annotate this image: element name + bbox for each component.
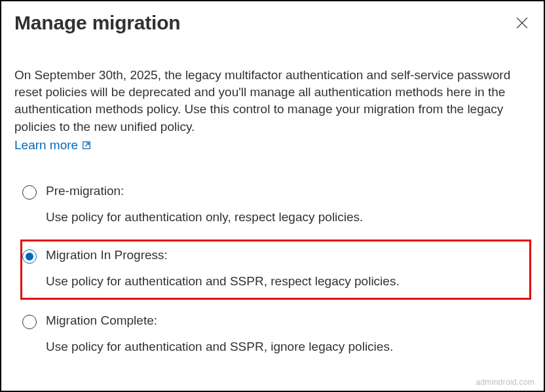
option-migration-complete[interactable]: Migration Complete: Use policy for authe… [21, 308, 531, 361]
panel-title: Manage migration [14, 12, 181, 34]
radio-pre-migration[interactable] [22, 185, 37, 200]
learn-more-label: Learn more [14, 138, 78, 152]
option-migration-in-progress[interactable]: Migration In Progress: Use policy for au… [21, 240, 531, 299]
external-link-icon [82, 141, 91, 150]
close-icon[interactable] [516, 17, 528, 29]
option-body: Migration Complete: Use policy for authe… [46, 313, 527, 354]
radio-migration-in-progress[interactable] [22, 249, 37, 264]
deprecation-description: On September 30th, 2025, the legacy mult… [14, 67, 531, 135]
option-title: Migration In Progress: [46, 248, 527, 262]
option-desc: Use policy for authentication only, resp… [46, 210, 527, 224]
learn-more-link[interactable]: Learn more [14, 138, 91, 152]
svg-line-3 [85, 143, 88, 146]
watermark: admindroid.com [476, 378, 535, 387]
radio-migration-complete[interactable] [22, 315, 37, 329]
option-body: Pre-migration: Use policy for authentica… [46, 184, 527, 224]
option-desc: Use policy for authentication and SSPR, … [46, 274, 527, 289]
option-body: Migration In Progress: Use policy for au… [46, 248, 527, 289]
option-desc: Use policy for authentication and SSPR, … [46, 340, 527, 354]
option-title: Pre-migration: [46, 184, 527, 198]
migration-options: Pre-migration: Use policy for authentica… [14, 179, 531, 361]
panel-header: Manage migration [14, 12, 531, 34]
manage-migration-panel: Manage migration On September 30th, 2025… [0, 0, 545, 392]
option-title: Migration Complete: [46, 313, 527, 328]
option-pre-migration[interactable]: Pre-migration: Use policy for authentica… [21, 179, 531, 231]
